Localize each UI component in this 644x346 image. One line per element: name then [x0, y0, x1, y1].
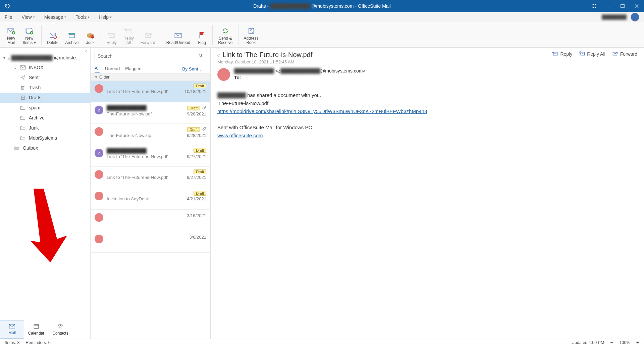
message-item[interactable]: DraftThe-Future-is-Now.zip9/28/2021 — [91, 124, 210, 145]
menu-message[interactable]: Message▾ — [44, 14, 66, 20]
to-label: To: — [234, 75, 241, 80]
folder-label: MobiSystems — [29, 135, 57, 141]
ribbon-label: Reply — [106, 41, 117, 45]
svg-point-40 — [59, 324, 61, 326]
message-date: Monday, October 18, 2021 11:52:45 AM — [217, 59, 314, 64]
ribbon-junk-button[interactable]: Junk — [83, 23, 98, 47]
contacts-icon — [57, 323, 64, 330]
menu-view[interactable]: View▾ — [22, 14, 35, 20]
action-forward-button[interactable]: Forward — [612, 51, 637, 57]
menu-help[interactable]: Help▾ — [99, 14, 112, 20]
ribbon-label: AddressBook — [244, 36, 259, 45]
filter-flagged[interactable]: Flagged — [125, 66, 142, 72]
folder-spam[interactable]: spam — [0, 103, 90, 113]
status-updated: Updated 4:00 PM — [572, 340, 604, 345]
nav-mail-button[interactable]: Mail — [0, 320, 24, 339]
ribbon-new-mail-button[interactable]: NewMail — [3, 23, 19, 47]
share-link[interactable]: https://mobidrive.com/sharelink/p/2LS3N9… — [217, 108, 427, 114]
ribbon-new-items-button[interactable]: NewItems ▾ — [20, 23, 39, 47]
officesuite-link[interactable]: www.officesuite.com — [217, 133, 263, 138]
message-subject-preview: Link to 'The-Future-is-Now.pdf' — [107, 89, 168, 94]
ribbon-label: NewItems ▾ — [23, 36, 36, 45]
chevron-down-icon: ▾ — [33, 15, 35, 19]
nav-calendar-button[interactable]: Calendar — [24, 320, 48, 339]
chevron-down-icon[interactable]: ▾ — [3, 56, 6, 60]
folder-drafts[interactable]: Drafts — [0, 93, 90, 103]
ribbon-flag-button[interactable]: Flag — [194, 23, 210, 47]
svg-point-42 — [199, 54, 202, 57]
sender-avatar — [217, 68, 230, 81]
zoom-in-button[interactable]: + — [636, 340, 639, 346]
collapse-sidebar-button[interactable]: ‹ — [0, 48, 90, 54]
nav-label: Contacts — [52, 331, 68, 336]
ribbon-forward-button[interactable]: Forward — [138, 23, 158, 47]
ribbon-address-book-button[interactable]: AddressBook — [241, 23, 261, 47]
chevron-down-icon: ▾ — [88, 15, 90, 19]
search-box[interactable] — [95, 51, 206, 61]
search-icon[interactable] — [198, 53, 203, 59]
svg-rect-36 — [34, 325, 39, 329]
group-header[interactable]: ▼Older — [91, 74, 210, 81]
account-row[interactable]: ▾ z████████████@mobiste… — [0, 54, 90, 62]
junk-icon — [86, 31, 95, 40]
ribbon-send-receive-button[interactable]: Send &Receive — [215, 23, 235, 47]
filter-unread[interactable]: Unread — [105, 66, 120, 72]
menu-file[interactable]: File — [5, 14, 12, 20]
message-subject-preview: The-Future-is-Now.zip — [107, 133, 151, 138]
chevron-down-icon[interactable]: ⌄ — [13, 65, 17, 70]
zoom-out-button[interactable]: − — [610, 340, 613, 346]
message-list-pane: All Unread Flagged By Sent ⌄ ↓ ▼Older Dr… — [91, 48, 211, 339]
folder-mobisystems[interactable]: MobiSystems — [0, 133, 90, 143]
ribbon-separator — [212, 25, 213, 45]
nav-contacts-button[interactable]: Contacts — [48, 320, 72, 339]
main-area: ‹ ▾ z████████████@mobiste… ⌄INBOXSentTra… — [0, 48, 644, 339]
svg-rect-18 — [69, 35, 74, 38]
action-reply-all-button[interactable]: Reply All — [579, 51, 605, 57]
message-item[interactable]: DraftLink to 'The-Future-is-Now.pdf'10/1… — [91, 81, 210, 102]
message-item[interactable]: z████████████DraftLink to 'The-Future-is… — [91, 145, 210, 167]
message-item[interactable]: DraftLink to 'The-Future-is-Now.pdf'9/27… — [91, 167, 210, 188]
close-button[interactable] — [632, 1, 641, 11]
folder-label: Archive — [29, 115, 45, 120]
folder-outbox[interactable]: Outbox — [0, 143, 90, 153]
menu-tools[interactable]: Tools▾ — [75, 14, 90, 20]
chevron-down-icon: ▾ — [110, 15, 112, 19]
message-item[interactable]: z████████████DraftThe-Future-is-Now.pdf9… — [91, 102, 210, 124]
message-item[interactable]: 3/8/2021 — [91, 231, 210, 253]
refresh-button[interactable] — [3, 1, 12, 11]
folder-inbox[interactable]: ⌄INBOX — [0, 62, 90, 72]
ribbon-reply-button[interactable]: Reply — [104, 23, 119, 47]
minimize-button[interactable] — [604, 1, 613, 11]
sort-direction-button[interactable]: ↓ — [204, 66, 206, 71]
message-item[interactable]: 3/16/2021 — [91, 210, 210, 231]
message-avatar: z — [95, 106, 103, 114]
folder-trash[interactable]: Trash — [0, 83, 90, 93]
title-bar: Drafts - ████████████@mobisystems.com - … — [0, 0, 644, 12]
ribbon-label: Send &Receive — [218, 36, 232, 45]
ribbon-reply-all-button[interactable]: ReplyAll — [121, 23, 137, 47]
folder-sent[interactable]: Sent — [0, 72, 90, 83]
ribbon-read-unread-button[interactable]: Read/Unread — [164, 23, 193, 47]
message-item[interactable]: DraftInvitation to AnyDesk4/21/2021 — [91, 188, 210, 210]
ribbon-label: Junk — [86, 41, 95, 45]
fullscreen-button[interactable] — [590, 1, 599, 11]
message-subject-preview: The-Future-is-Now.pdf — [107, 111, 152, 116]
folder-label: Outbox — [23, 145, 38, 151]
ribbon-archive-button[interactable]: Archive — [62, 23, 81, 47]
filter-all[interactable]: All — [95, 66, 100, 72]
account-label: ████████ — [602, 14, 627, 19]
svg-rect-25 — [249, 29, 254, 34]
avatar[interactable] — [631, 13, 639, 21]
action-reply-button[interactable]: Reply — [552, 51, 572, 57]
maximize-button[interactable] — [618, 1, 627, 11]
sort-button[interactable]: By Sent ⌄ — [182, 66, 202, 71]
status-reminders: Reminders: 0 — [25, 340, 50, 345]
message-date: 9/28/2021 — [187, 133, 206, 138]
message-sender: ████████████ — [107, 105, 147, 110]
reading-pane: Link to 'The-Future-is-Now.pdf' Monday, … — [211, 48, 644, 339]
folder-archive[interactable]: Archive — [0, 113, 90, 123]
ribbon-delete-button[interactable]: Delete — [44, 23, 61, 47]
folder-junk[interactable]: Junk — [0, 123, 90, 133]
search-input[interactable] — [98, 53, 198, 59]
mail-new-icon — [7, 26, 15, 36]
